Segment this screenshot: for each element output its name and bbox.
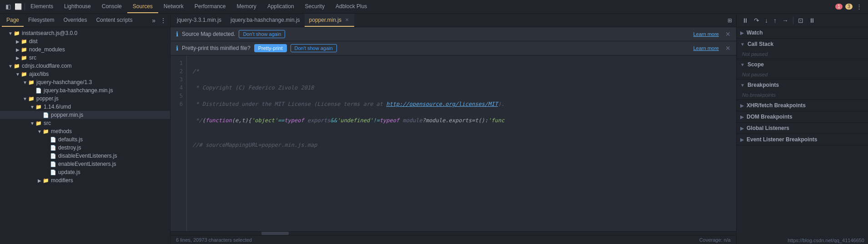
call-stack-content: Not paused xyxy=(737,50,868,59)
dont-show-again-btn-2[interactable]: Don't show again xyxy=(291,44,337,52)
list-item[interactable]: 📄 defaults.js xyxy=(0,135,170,144)
list-item[interactable]: ▼ 📁 src xyxy=(0,119,170,127)
chevron-down-icon: ▼ xyxy=(740,62,745,67)
tab-jquery-min[interactable]: jquery-3.3.1.min.js xyxy=(172,14,226,27)
learn-more-link-2[interactable]: Learn more xyxy=(693,45,719,51)
call-stack-label: Call Stack xyxy=(748,41,773,47)
tree-label: update.js xyxy=(58,169,80,175)
tab-hashchange[interactable]: jquery.ba-hashchange.min.js xyxy=(226,14,305,27)
folder-icon: 📁 xyxy=(21,46,27,53)
tab-overrides[interactable]: Overrides xyxy=(59,14,91,27)
more-options-icon[interactable]: ⋮ xyxy=(855,3,863,10)
dont-pause-exceptions-btn[interactable]: ⏸ xyxy=(807,16,817,25)
file-icon: 📄 xyxy=(50,136,56,143)
devtools-icon-1[interactable]: ◧ xyxy=(5,3,12,10)
editor-toolbar-right: ⊞ xyxy=(725,16,734,25)
list-item[interactable]: ▶ 📁 dist xyxy=(0,37,170,45)
sidebar-menu-btn[interactable]: ⋮ xyxy=(158,17,168,24)
list-item[interactable]: 📄 enableEventListeners.js xyxy=(0,160,170,168)
nav-console[interactable]: Console xyxy=(96,0,127,13)
prettyprint-text: Pretty-print this minified file? xyxy=(182,45,251,51)
prettyprint-notification: ℹ Pretty-print this minified file? Prett… xyxy=(171,41,736,55)
nav-security[interactable]: Security xyxy=(300,0,330,13)
pause-btn[interactable]: ⏸ xyxy=(740,16,750,25)
sidebar-tabs: Page Filesystem Overrides Content script… xyxy=(0,14,170,27)
list-item[interactable]: ▼ 📁 methods xyxy=(0,127,170,135)
horizontal-scrollbar[interactable] xyxy=(171,231,736,235)
folder-icon: 📁 xyxy=(43,128,49,134)
tree-arrow-icon: ▼ xyxy=(29,120,35,126)
tree-arrow-icon: ▶ xyxy=(36,177,43,184)
sidebar-tabs-more[interactable]: » xyxy=(149,17,158,24)
tab-close-icon[interactable]: ✕ xyxy=(344,17,350,23)
step-btn[interactable]: → xyxy=(780,16,790,25)
pretty-print-btn[interactable]: Pretty-print xyxy=(254,44,287,52)
folder-icon: 📁 xyxy=(43,177,49,184)
devtools-icon-2[interactable]: ⬜ xyxy=(15,3,22,10)
code-editor: 1 2 3 4 5 6 /* * Copyright (C) Federico … xyxy=(171,55,736,231)
tree-label: jquery.ba-hashchange.min.js xyxy=(44,87,113,94)
list-item[interactable]: ▶ 📁 modifiers xyxy=(0,176,170,184)
call-stack-header[interactable]: ▼ Call Stack xyxy=(737,39,868,50)
list-item[interactable]: 📄 jquery.ba-hashchange.min.js xyxy=(0,86,170,95)
list-item[interactable]: ▼ 📁 1.14.6/umd xyxy=(0,103,170,111)
list-item[interactable]: 📄 update.js xyxy=(0,168,170,176)
tree-label: modifiers xyxy=(51,177,73,184)
close-notification-1-btn[interactable]: ✕ xyxy=(725,30,731,38)
scope-header[interactable]: ▼ Scope xyxy=(737,59,868,70)
watch-section-header[interactable]: ▶ Watch xyxy=(737,27,868,38)
list-item[interactable]: ▼ 📁 instantsearch.js@3.0.0 xyxy=(0,29,170,37)
xhr-breakpoints-header[interactable]: ▶ XHR/fetch Breakpoints xyxy=(737,100,868,111)
folder-icon: 📁 xyxy=(28,95,35,102)
learn-more-link-1[interactable]: Learn more xyxy=(693,31,719,37)
nav-performance[interactable]: Performance xyxy=(189,0,231,13)
tree-arrow-icon: ▶ xyxy=(15,55,21,61)
tab-content-scripts[interactable]: Content scripts xyxy=(91,14,137,27)
deactivate-breakpoints-btn[interactable]: ⊡ xyxy=(796,16,805,25)
nav-network[interactable]: Network xyxy=(158,0,189,13)
step-into-btn[interactable]: ↓ xyxy=(763,16,770,25)
list-item[interactable]: ▶ 📁 src xyxy=(0,54,170,62)
sourcemap-notification: ℹ Source Map detected. Don't show again … xyxy=(171,27,736,41)
code-content[interactable]: /* * Copyright (C) Federico Zivolo 2018 … xyxy=(187,55,736,231)
tab-popper[interactable]: popper.min.js ✕ xyxy=(305,14,354,27)
line-numbers: 1 2 3 4 5 6 xyxy=(171,55,187,231)
xhr-breakpoints-label: XHR/fetch Breakpoints xyxy=(747,102,806,109)
step-out-btn[interactable]: ↑ xyxy=(772,16,778,25)
event-listener-breakpoints-header[interactable]: ▶ Event Listener Breakpoints xyxy=(737,134,868,145)
tab-label: jquery-3.3.1.min.js xyxy=(177,17,221,23)
warning-count-badge: 3 xyxy=(845,4,853,10)
scrollbar-thumb[interactable] xyxy=(261,232,289,235)
list-item-selected[interactable]: 📄 popper.min.js xyxy=(0,111,170,119)
list-item[interactable]: 📄 destroy.js xyxy=(0,144,170,152)
list-item[interactable]: 📄 disableEventListeners.js xyxy=(0,152,170,160)
tree-label: enableEventListeners.js xyxy=(58,161,116,167)
debugger-toolbar: ⏸ ↷ ↓ ↑ → ⊡ ⏸ xyxy=(737,14,868,27)
list-item[interactable]: ▼ 📁 cdnjs.cloudflare.com xyxy=(0,62,170,70)
split-editor-btn[interactable]: ⊞ xyxy=(725,16,734,25)
global-listeners-header[interactable]: ▶ Global Listeners xyxy=(737,123,868,134)
editor-status-bar: 6 lines, 20973 characters selected Cover… xyxy=(171,235,736,244)
tree-label: src xyxy=(29,55,36,61)
tab-filesystem[interactable]: Filesystem xyxy=(24,14,59,27)
nav-memory[interactable]: Memory xyxy=(231,0,262,13)
step-over-btn[interactable]: ↷ xyxy=(752,16,761,25)
tab-page[interactable]: Page xyxy=(2,14,24,27)
tree-arrow-icon: ▼ xyxy=(15,71,21,77)
nav-elements[interactable]: Elements xyxy=(25,0,59,13)
dom-breakpoints-header[interactable]: ▶ DOM Breakpoints xyxy=(737,111,868,122)
list-item[interactable]: ▼ 📁 popper.js xyxy=(0,95,170,103)
list-item[interactable]: ▼ 📁 ajax/libs xyxy=(0,70,170,78)
chevron-down-icon: ▼ xyxy=(740,42,745,47)
nav-sources[interactable]: Sources xyxy=(127,0,158,13)
nav-lighthouse[interactable]: Lighthouse xyxy=(59,0,96,13)
list-item[interactable]: ▼ 📁 jquery-hashchange/1.3 xyxy=(0,78,170,86)
tree-label: jquery-hashchange/1.3 xyxy=(36,79,92,85)
dont-show-again-btn-1[interactable]: Don't show again xyxy=(239,30,285,38)
list-item[interactable]: ▶ 📁 node_modules xyxy=(0,45,170,54)
nav-application[interactable]: Application xyxy=(262,0,300,13)
nav-adblock[interactable]: Adblock Plus xyxy=(330,0,372,13)
file-icon: 📄 xyxy=(35,87,42,94)
breakpoints-header[interactable]: ▼ Breakpoints xyxy=(737,80,868,90)
close-notification-2-btn[interactable]: ✕ xyxy=(725,45,731,52)
